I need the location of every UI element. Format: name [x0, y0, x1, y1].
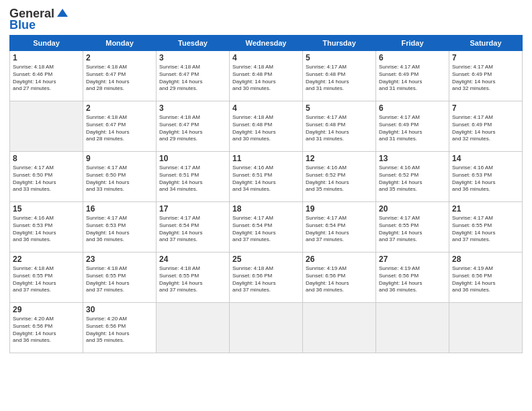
day-number: 11	[232, 154, 300, 163]
cell-info: Sunrise: 4:17 AM Sunset: 6:49 PM Dayligh…	[379, 64, 446, 93]
cell-info: Sunrise: 4:17 AM Sunset: 6:49 PM Dayligh…	[452, 114, 519, 143]
cell-info: Sunrise: 4:17 AM Sunset: 6:54 PM Dayligh…	[232, 215, 300, 244]
day-number: 3	[159, 53, 226, 62]
calendar-week-5: 29Sunrise: 4:20 AM Sunset: 6:56 PM Dayli…	[10, 303, 523, 353]
calendar-cell: 7Sunrise: 4:17 AM Sunset: 6:49 PM Daylig…	[449, 51, 523, 101]
calendar-cell: 27Sunrise: 4:19 AM Sunset: 6:56 PM Dayli…	[376, 253, 449, 303]
calendar-cell: 11Sunrise: 4:16 AM Sunset: 6:51 PM Dayli…	[230, 152, 303, 202]
day-number: 10	[159, 154, 226, 163]
calendar-cell: 26Sunrise: 4:19 AM Sunset: 6:56 PM Dayli…	[303, 253, 376, 303]
logo-blue-text: Blue	[9, 18, 36, 32]
day-number: 3	[159, 103, 226, 113]
cell-info: Sunrise: 4:17 AM Sunset: 6:50 PM Dayligh…	[86, 165, 153, 193]
calendar-cell	[10, 101, 83, 152]
cell-info: Sunrise: 4:18 AM Sunset: 6:47 PM Dayligh…	[159, 114, 226, 143]
calendar-table: SundayMondayTuesdayWednesdayThursdayFrid…	[9, 35, 523, 353]
calendar-cell	[303, 303, 376, 353]
day-number: 4	[232, 53, 300, 62]
cell-info: Sunrise: 4:17 AM Sunset: 6:55 PM Dayligh…	[379, 215, 446, 244]
day-number: 25	[232, 255, 300, 264]
day-number: 23	[86, 255, 153, 264]
calendar-cell: 5Sunrise: 4:17 AM Sunset: 6:48 PM Daylig…	[303, 101, 376, 152]
day-header-friday: Friday	[376, 36, 449, 51]
calendar-cell: 20Sunrise: 4:17 AM Sunset: 6:55 PM Dayli…	[376, 202, 449, 253]
day-number: 1	[13, 53, 80, 62]
day-number: 5	[306, 103, 373, 113]
day-number: 7	[452, 103, 519, 113]
day-number: 18	[232, 204, 300, 214]
calendar-cell: 25Sunrise: 4:18 AM Sunset: 6:56 PM Dayli…	[230, 253, 303, 303]
cell-info: Sunrise: 4:17 AM Sunset: 6:55 PM Dayligh…	[452, 215, 519, 244]
calendar-cell: 3Sunrise: 4:18 AM Sunset: 6:47 PM Daylig…	[157, 101, 230, 152]
calendar-cell: 1Sunrise: 4:18 AM Sunset: 6:46 PM Daylig…	[10, 51, 83, 101]
cell-info: Sunrise: 4:18 AM Sunset: 6:56 PM Dayligh…	[232, 265, 300, 294]
calendar-week-1: 2Sunrise: 4:18 AM Sunset: 6:47 PM Daylig…	[10, 101, 523, 152]
day-header-thursday: Thursday	[303, 36, 376, 51]
calendar-cell: 7Sunrise: 4:17 AM Sunset: 6:49 PM Daylig…	[449, 101, 523, 152]
cell-info: Sunrise: 4:18 AM Sunset: 6:55 PM Dayligh…	[86, 265, 153, 294]
calendar-cell: 23Sunrise: 4:18 AM Sunset: 6:55 PM Dayli…	[83, 253, 157, 303]
calendar-cell: 10Sunrise: 4:17 AM Sunset: 6:51 PM Dayli…	[157, 152, 230, 202]
calendar-cell: 4Sunrise: 4:18 AM Sunset: 6:48 PM Daylig…	[230, 51, 303, 101]
header: General Blue	[9, 7, 523, 32]
calendar-cell	[376, 303, 449, 353]
cell-info: Sunrise: 4:16 AM Sunset: 6:52 PM Dayligh…	[306, 165, 373, 193]
cell-info: Sunrise: 4:18 AM Sunset: 6:48 PM Dayligh…	[232, 64, 300, 93]
calendar-cell: 21Sunrise: 4:17 AM Sunset: 6:55 PM Dayli…	[449, 202, 523, 253]
cell-info: Sunrise: 4:17 AM Sunset: 6:49 PM Dayligh…	[452, 64, 519, 93]
calendar-cell: 6Sunrise: 4:17 AM Sunset: 6:49 PM Daylig…	[376, 101, 449, 152]
day-number: 29	[13, 305, 80, 314]
day-number: 28	[452, 255, 519, 264]
calendar-cell: 6Sunrise: 4:17 AM Sunset: 6:49 PM Daylig…	[376, 51, 449, 101]
cell-info: Sunrise: 4:17 AM Sunset: 6:48 PM Dayligh…	[306, 64, 373, 93]
day-number: 2	[86, 103, 153, 113]
day-number: 7	[452, 53, 519, 62]
cell-info: Sunrise: 4:18 AM Sunset: 6:48 PM Dayligh…	[232, 114, 300, 143]
calendar-cell	[230, 303, 303, 353]
calendar-week-0: 1Sunrise: 4:18 AM Sunset: 6:46 PM Daylig…	[10, 51, 523, 101]
calendar-week-3: 15Sunrise: 4:16 AM Sunset: 6:53 PM Dayli…	[10, 202, 523, 253]
calendar-cell: 2Sunrise: 4:18 AM Sunset: 6:47 PM Daylig…	[83, 51, 157, 101]
calendar-cell: 28Sunrise: 4:19 AM Sunset: 6:56 PM Dayli…	[449, 253, 523, 303]
calendar-cell	[157, 303, 230, 353]
calendar-cell	[449, 303, 523, 353]
day-number: 22	[13, 255, 80, 264]
day-number: 9	[86, 154, 153, 163]
cell-info: Sunrise: 4:16 AM Sunset: 6:52 PM Dayligh…	[379, 165, 446, 193]
day-number: 6	[379, 53, 446, 62]
calendar-cell: 2Sunrise: 4:18 AM Sunset: 6:47 PM Daylig…	[83, 101, 157, 152]
main-container: General Blue SundayMondayTuesdayWednesda…	[0, 0, 532, 359]
day-number: 26	[306, 255, 373, 264]
calendar-cell: 8Sunrise: 4:17 AM Sunset: 6:50 PM Daylig…	[10, 152, 83, 202]
cell-info: Sunrise: 4:18 AM Sunset: 6:55 PM Dayligh…	[159, 265, 226, 294]
calendar-cell: 12Sunrise: 4:16 AM Sunset: 6:52 PM Dayli…	[303, 152, 376, 202]
calendar-cell: 24Sunrise: 4:18 AM Sunset: 6:55 PM Dayli…	[157, 253, 230, 303]
calendar-cell: 22Sunrise: 4:18 AM Sunset: 6:55 PM Dayli…	[10, 253, 83, 303]
cell-info: Sunrise: 4:16 AM Sunset: 6:51 PM Dayligh…	[232, 165, 300, 193]
day-header-wednesday: Wednesday	[230, 36, 303, 51]
day-number: 2	[86, 53, 153, 62]
calendar-cell: 9Sunrise: 4:17 AM Sunset: 6:50 PM Daylig…	[83, 152, 157, 202]
cell-info: Sunrise: 4:20 AM Sunset: 6:56 PM Dayligh…	[86, 316, 153, 345]
calendar-cell: 17Sunrise: 4:17 AM Sunset: 6:54 PM Dayli…	[157, 202, 230, 253]
calendar-cell: 5Sunrise: 4:17 AM Sunset: 6:48 PM Daylig…	[303, 51, 376, 101]
cell-info: Sunrise: 4:17 AM Sunset: 6:49 PM Dayligh…	[379, 114, 446, 143]
day-number: 5	[306, 53, 373, 62]
day-number: 21	[452, 204, 519, 214]
day-number: 4	[232, 103, 300, 113]
day-number: 27	[379, 255, 446, 264]
cell-info: Sunrise: 4:17 AM Sunset: 6:54 PM Dayligh…	[306, 215, 373, 244]
day-header-tuesday: Tuesday	[157, 36, 230, 51]
cell-info: Sunrise: 4:19 AM Sunset: 6:56 PM Dayligh…	[452, 265, 519, 294]
day-number: 20	[379, 204, 446, 214]
days-header-row: SundayMondayTuesdayWednesdayThursdayFrid…	[10, 36, 523, 51]
cell-info: Sunrise: 4:19 AM Sunset: 6:56 PM Dayligh…	[379, 265, 446, 294]
cell-info: Sunrise: 4:18 AM Sunset: 6:47 PM Dayligh…	[159, 64, 226, 93]
calendar-cell: 18Sunrise: 4:17 AM Sunset: 6:54 PM Dayli…	[230, 202, 303, 253]
calendar-cell: 16Sunrise: 4:17 AM Sunset: 6:53 PM Dayli…	[83, 202, 157, 253]
calendar-week-2: 8Sunrise: 4:17 AM Sunset: 6:50 PM Daylig…	[10, 152, 523, 202]
day-number: 12	[306, 154, 373, 163]
day-header-monday: Monday	[83, 36, 157, 51]
cell-info: Sunrise: 4:16 AM Sunset: 6:53 PM Dayligh…	[13, 215, 80, 244]
day-header-sunday: Sunday	[10, 36, 83, 51]
